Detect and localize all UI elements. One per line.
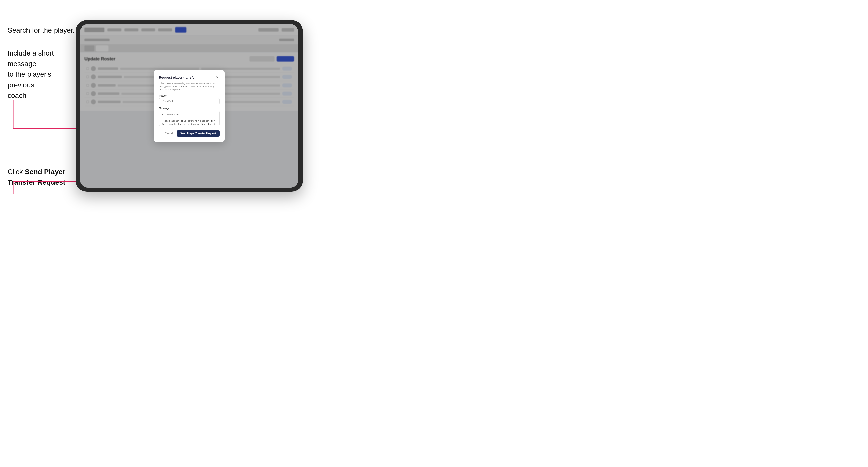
annotation-step1: Search for the player. bbox=[7, 25, 75, 35]
tablet-frame: Update Roster bbox=[76, 20, 303, 192]
modal-title: Request player transfer bbox=[159, 76, 195, 80]
message-field-label: Message bbox=[159, 107, 219, 110]
modal-overlay: Request player transfer ✕ If the player … bbox=[80, 24, 298, 188]
tablet-screen: Update Roster bbox=[80, 24, 298, 188]
modal-close-button[interactable]: ✕ bbox=[215, 75, 219, 80]
player-input[interactable] bbox=[159, 98, 219, 104]
player-field-label: Player bbox=[159, 94, 219, 97]
annotation-step2: Include a short messageto the player's p… bbox=[7, 48, 76, 101]
cancel-button[interactable]: Cancel bbox=[163, 131, 175, 136]
request-transfer-modal: Request player transfer ✕ If the player … bbox=[154, 70, 224, 142]
modal-description: If the player is transferring from anoth… bbox=[159, 82, 219, 91]
message-textarea[interactable]: Hi Coach McHarg, Please accept this tran… bbox=[159, 111, 219, 126]
annotation-step3: Click Send Player Transfer Request bbox=[7, 166, 68, 188]
modal-header: Request player transfer ✕ bbox=[159, 75, 219, 80]
send-transfer-request-button[interactable]: Send Player Transfer Request bbox=[177, 130, 219, 137]
tablet-device: Update Roster bbox=[76, 20, 303, 197]
modal-actions: Cancel Send Player Transfer Request bbox=[159, 130, 219, 137]
